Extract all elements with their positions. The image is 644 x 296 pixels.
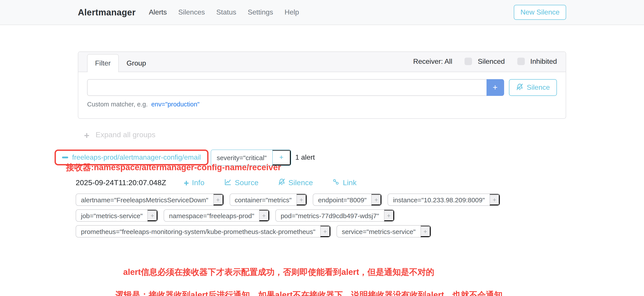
label-pill: prometheus="freeleaps-monitoring-system/… [76, 225, 331, 238]
label-pill-text: job="metrics-service" [76, 210, 148, 221]
nav-item-alerts[interactable]: Alerts [149, 8, 167, 16]
receiver-group-button[interactable]: freeleaps-prod/alertmanager-config/email [56, 151, 207, 164]
silence-action-label: Silence [288, 178, 313, 187]
receiver-group-name: freeleaps-prod/alertmanager-config/email [72, 154, 201, 162]
annotation-highlight-box: freeleaps-prod/alertmanager-config/email [54, 150, 208, 165]
label-pill: instance="10.233.98.209:8009" + [388, 194, 500, 206]
silence-filter-button[interactable]: Silence [509, 79, 557, 96]
silence-action[interactable]: Silence [278, 178, 313, 188]
info-action[interactable]: + Info [184, 178, 204, 188]
inhibited-checkbox-label: Inhibited [530, 58, 557, 65]
link-icon [332, 178, 340, 188]
info-action-label: Info [192, 178, 204, 187]
label-pill-text: pod="metrics-77d9cdb497-wdsj7" [276, 210, 384, 221]
nav-links: Alerts Silences Status Settings Help [149, 8, 299, 16]
label-add-button[interactable]: + [296, 194, 306, 206]
label-pill: namespace="freeleaps-prod" + [164, 209, 270, 222]
filter-card: Filter Group Receiver: All Silenced Inhi… [78, 52, 566, 119]
group-matcher-chip: severity="critical" + [210, 149, 291, 166]
label-add-button[interactable]: + [213, 194, 223, 206]
page: Alertmanager Alerts Silences Status Sett… [0, 0, 644, 296]
bell-slash-icon [516, 83, 523, 92]
plus-icon: + [184, 178, 189, 187]
chart-icon [224, 178, 232, 188]
tab-group[interactable]: Group [118, 54, 154, 72]
nav-item-settings[interactable]: Settings [248, 8, 273, 16]
label-pill: endpoint="8009" + [313, 194, 382, 206]
label-pill-text: prometheus="freeleaps-monitoring-system/… [76, 226, 320, 237]
add-matcher-button[interactable]: + [486, 79, 504, 96]
label-pill-text: instance="10.233.98.209:8009" [388, 194, 490, 206]
matcher-example-link[interactable]: env="production" [151, 101, 200, 108]
app-brand: Alertmanager [78, 7, 136, 17]
link-action-label: Link [343, 178, 356, 187]
matcher-input[interactable] [87, 79, 486, 96]
label-pill-text: container="metrics" [230, 194, 296, 206]
filter-card-body: + Silence Custom mat [78, 72, 566, 115]
label-add-button[interactable]: + [384, 210, 394, 221]
alert-labels: alertname="FreeleapsMetricsServiceDown" … [76, 194, 566, 238]
label-pill-text: endpoint="8009" [313, 194, 372, 206]
label-pill: service="metrics-service" + [336, 225, 431, 238]
bell-slash-icon [278, 178, 285, 188]
receiver-group-row: freeleaps-prod/alertmanager-config/email… [54, 149, 566, 166]
nav-item-silences[interactable]: Silences [178, 8, 205, 16]
inhibited-checkbox-group[interactable]: Inhibited [517, 58, 557, 65]
label-add-button[interactable]: + [490, 194, 500, 206]
inhibited-checkbox[interactable] [517, 58, 524, 65]
receiver-filter-label[interactable]: Receiver: All [413, 58, 452, 65]
alert-actions: + Info Source [184, 178, 356, 188]
group-matcher-label: severity="critical" [211, 150, 272, 165]
matcher-helper: Custom matcher, e.g. env="production" [87, 101, 557, 108]
link-action[interactable]: Link [332, 178, 356, 188]
group-matcher-add-button[interactable]: + [272, 150, 291, 165]
nav-item-help[interactable]: Help [284, 8, 299, 16]
main-content: Filter Group Receiver: All Silenced Inhi… [78, 52, 566, 238]
silenced-checkbox[interactable] [464, 58, 472, 65]
label-pill: job="metrics-service" + [76, 209, 158, 222]
label-add-button[interactable]: + [148, 210, 158, 221]
silence-filter-label: Silence [527, 84, 550, 92]
expand-all-groups[interactable]: + Expand all groups [78, 130, 566, 140]
label-add-button[interactable]: + [372, 194, 382, 206]
annotation-logic-note: 逻辑是：接收器收到alert后进行通知，如果alert不在接收器下，说明接收器没… [115, 290, 502, 296]
label-add-button[interactable]: + [259, 210, 269, 221]
silenced-checkbox-group[interactable]: Silenced [464, 58, 505, 65]
label-pill-text: alertname="FreeleapsMetricsServiceDown" [76, 194, 213, 206]
expand-all-groups-label: Expand all groups [96, 131, 156, 140]
alert-count: 1 alert [295, 154, 315, 162]
label-pill: alertname="FreeleapsMetricsServiceDown" … [76, 194, 224, 206]
alert-timestamp: 2025-09-24T11:20:07.048Z [76, 178, 166, 187]
new-silence-button[interactable]: New Silence [514, 5, 566, 20]
filter-card-header: Filter Group Receiver: All Silenced Inhi… [78, 52, 566, 72]
label-pill: container="metrics" + [230, 194, 307, 206]
source-action[interactable]: Source [224, 178, 259, 188]
matcher-helper-text: Custom matcher, e.g. [87, 101, 148, 108]
label-pill: pod="metrics-77d9cdb497-wdsj7" + [275, 209, 394, 222]
silenced-checkbox-label: Silenced [478, 58, 505, 65]
annotation-logic-line1: 逻辑是：接收器收到alert后进行通知，如果alert不在接收器下，说明接收器没… [115, 290, 502, 296]
tab-filter[interactable]: Filter [87, 54, 118, 72]
minus-icon [62, 157, 68, 158]
alert-header-row: 2025-09-24T11:20:07.048Z + Info Source [76, 177, 566, 189]
label-add-button[interactable]: + [320, 226, 330, 237]
source-action-label: Source [235, 178, 259, 187]
label-add-button[interactable]: + [420, 226, 430, 237]
annotation-alert-note: alert信息必须在接收器下才表示配置成功，否则即使能看到alert，但是通知是… [123, 266, 434, 278]
plus-icon: + [84, 130, 90, 140]
nav-item-status[interactable]: Status [216, 8, 236, 16]
label-pill-text: namespace="freeleaps-prod" [164, 210, 259, 221]
top-navbar: Alertmanager Alerts Silences Status Sett… [0, 0, 644, 25]
label-pill-text: service="metrics-service" [337, 226, 420, 237]
